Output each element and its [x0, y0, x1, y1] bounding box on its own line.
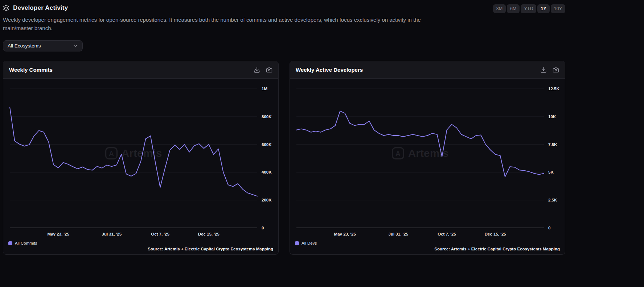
time-range-selector: 3M 6M YTD 1Y 10Y	[493, 4, 565, 13]
legend[interactable]: All Commits	[8, 241, 273, 245]
svg-text:Oct 7, '25: Oct 7, '25	[438, 232, 456, 236]
weekly-active-developers-card: Weekly Active Developers A Artem	[290, 61, 565, 255]
ecosystem-dropdown[interactable]: All Ecosystems	[3, 40, 83, 51]
svg-text:10K: 10K	[548, 115, 556, 119]
svg-text:600K: 600K	[262, 142, 272, 147]
legend-swatch	[8, 241, 12, 245]
page-title-group: Developer Activity	[3, 4, 68, 12]
svg-text:200K: 200K	[262, 198, 272, 202]
chart-title: Weekly Commits	[9, 67, 53, 73]
svg-text:Jul 31, '25: Jul 31, '25	[102, 232, 122, 236]
range-button-3m[interactable]: 3M	[493, 4, 506, 13]
camera-icon[interactable]	[266, 67, 272, 73]
svg-text:5K: 5K	[548, 170, 554, 174]
legend[interactable]: All Devs	[295, 241, 560, 245]
svg-text:Oct 7, '25: Oct 7, '25	[151, 232, 169, 236]
svg-text:1M: 1M	[262, 87, 267, 91]
svg-text:2.5K: 2.5K	[548, 198, 557, 202]
svg-text:7.5K: 7.5K	[548, 142, 557, 147]
download-icon[interactable]	[254, 67, 260, 73]
range-button-1y[interactable]: 1Y	[537, 4, 549, 13]
svg-text:May 23, '25: May 23, '25	[334, 232, 356, 236]
svg-text:800K: 800K	[262, 115, 272, 119]
source-attribution: Source: Artemis + Electric Capital Crypt…	[295, 247, 560, 251]
weekly-commits-chart-canvas[interactable]: A Artemis 0200K400K600K800K1MMay 23, '25…	[3, 79, 278, 241]
range-button-6m[interactable]: 6M	[507, 4, 520, 13]
svg-text:12.5K: 12.5K	[548, 87, 559, 91]
card-footer: All Commits Source: Artemis + Electric C…	[3, 241, 278, 254]
card-actions	[540, 67, 559, 73]
card-footer: All Devs Source: Artemis + Electric Capi…	[290, 241, 565, 254]
range-button-10y[interactable]: 10Y	[551, 4, 565, 13]
card-header: Weekly Active Developers	[290, 61, 565, 79]
svg-text:May 23, '25: May 23, '25	[48, 232, 70, 236]
legend-label: All Devs	[302, 241, 317, 245]
page-content: Developer Activity 3M 6M YTD 1Y 10Y Week…	[3, 0, 565, 255]
chart-title: Weekly Active Developers	[296, 67, 363, 73]
svg-text:0: 0	[548, 226, 550, 230]
charts-grid: Weekly Commits A Artemis	[3, 61, 565, 255]
weekly-commits-card: Weekly Commits A Artemis	[3, 61, 279, 255]
svg-text:Jul 31, '25: Jul 31, '25	[389, 232, 409, 236]
topbar: Developer Activity 3M 6M YTD 1Y 10Y	[3, 4, 565, 13]
weekly-active-developers-chart-canvas[interactable]: A Artemis 02.5K5K7.5K10K12.5KMay 23, '25…	[290, 79, 565, 241]
svg-text:Dec 15, '25: Dec 15, '25	[198, 232, 220, 236]
layers-icon	[3, 5, 9, 11]
svg-text:400K: 400K	[262, 170, 272, 174]
chevron-down-icon	[73, 43, 78, 49]
legend-label: All Commits	[15, 241, 37, 245]
page-title: Developer Activity	[13, 4, 68, 12]
range-button-ytd[interactable]: YTD	[521, 4, 536, 13]
source-attribution: Source: Artemis + Electric Capital Crypt…	[8, 247, 273, 251]
download-icon[interactable]	[540, 67, 547, 73]
ecosystem-dropdown-value: All Ecosystems	[8, 43, 41, 49]
card-actions	[254, 67, 272, 73]
svg-text:0: 0	[262, 226, 264, 230]
svg-text:Dec 15, '25: Dec 15, '25	[485, 232, 506, 236]
legend-swatch	[295, 241, 299, 245]
page-description: Weekly developer engagement metrics for …	[3, 16, 436, 32]
camera-icon[interactable]	[553, 67, 559, 73]
card-header: Weekly Commits	[3, 61, 278, 79]
